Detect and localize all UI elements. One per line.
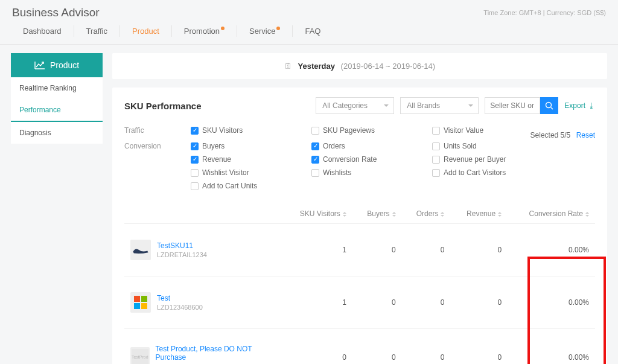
- sort-icon[interactable]: [585, 210, 589, 219]
- checkbox-label: SKU Pageviews: [323, 126, 375, 135]
- nav-product[interactable]: Product: [120, 23, 171, 39]
- table-row: TestProdTest Product, Please DO NOT Purc…: [124, 328, 595, 364]
- checkbox-box: [191, 142, 199, 150]
- sort-icon[interactable]: [343, 210, 346, 219]
- col-buyers[interactable]: Buyers: [352, 205, 402, 223]
- nav-traffic[interactable]: Traffic: [74, 23, 119, 39]
- checkbox-label: Add to Cart Visitors: [444, 168, 506, 177]
- checkbox-box: [191, 169, 199, 177]
- panel-title: SKU Performance: [124, 101, 202, 111]
- brand-select[interactable]: All Brands: [400, 97, 479, 114]
- checkbox-label: Revenue: [202, 155, 231, 164]
- sidebar-item-diagnosis[interactable]: Diagnosis: [11, 122, 103, 144]
- checkbox-box: [311, 156, 319, 164]
- cell-sku-visitors: 0: [281, 328, 352, 364]
- checkbox-sku-visitors[interactable]: SKU Visitors: [191, 126, 299, 135]
- metrics-section-traffic: Traffic: [124, 126, 191, 135]
- product-thumb: [130, 240, 151, 260]
- sku-table: SKU VisitorsBuyersOrdersRevenueConversio…: [124, 205, 595, 364]
- cell-orders: 0: [402, 223, 451, 276]
- checkbox-revenue-per-buyer[interactable]: Revenue per Buyer: [432, 155, 541, 164]
- sort-icon[interactable]: [441, 210, 444, 219]
- checkbox-add-to-cart-visitors[interactable]: Add to Cart Visitors: [432, 168, 541, 177]
- cell-orders: 0: [402, 328, 451, 364]
- reset-link[interactable]: Reset: [576, 131, 595, 139]
- chart-icon: [34, 61, 45, 69]
- date-range-bar[interactable]: 🗓 Yesterday (2019-06-14 ~ 2019-06-14): [112, 53, 607, 79]
- checkbox-box: [191, 156, 199, 164]
- table-row: TestLZD12346860010000.00%: [124, 276, 595, 328]
- search-button[interactable]: [540, 97, 558, 114]
- product-name-link[interactable]: Test Product, Please DO NOT Purchase: [156, 345, 275, 362]
- checkbox-add-to-cart-units[interactable]: Add to Cart Units: [191, 182, 299, 190]
- sidebar-item-realtime-ranking[interactable]: Realtime Ranking: [11, 77, 103, 99]
- nav-service[interactable]: Service: [237, 23, 292, 39]
- nav-promotion[interactable]: Promotion: [172, 23, 237, 39]
- product-name-link[interactable]: TestSKU11: [157, 241, 207, 250]
- table-row: TestSKU11LZDRETAIL123410000.00%: [124, 223, 595, 276]
- col-revenue[interactable]: Revenue: [450, 205, 508, 223]
- cell-buyers: 0: [352, 276, 402, 328]
- checkbox-wishlist-visitor[interactable]: Wishlist Visitor: [191, 168, 299, 177]
- checkbox-label: Conversion Rate: [323, 155, 377, 164]
- cell-sku-visitors: 1: [281, 223, 352, 276]
- timezone-currency: Time Zone: GMT+8 | Currency: SGD (S$): [483, 9, 606, 16]
- sidebar-item-performance[interactable]: Performance: [11, 99, 103, 122]
- cell-orders: 0: [402, 276, 451, 328]
- checkbox-label: Visitor Value: [444, 126, 483, 135]
- col-conversion-rate[interactable]: Conversion Rate: [508, 205, 595, 223]
- checkbox-box: [432, 127, 440, 135]
- selected-count: Selected 5/5 Reset: [530, 131, 595, 139]
- checkbox-wishlists[interactable]: Wishlists: [311, 168, 420, 177]
- checkbox-units-sold[interactable]: Units Sold: [432, 142, 541, 150]
- date-label: Yesterday: [298, 62, 335, 71]
- sidebar-head: Product: [11, 53, 103, 77]
- sort-icon[interactable]: [498, 210, 502, 219]
- checkbox-sku-pageviews[interactable]: SKU Pageviews: [311, 126, 420, 135]
- app-title: Business Advisor: [12, 6, 100, 19]
- checkbox-box: [432, 169, 440, 177]
- cell-sku-visitors: 1: [281, 276, 352, 328]
- cell-revenue: 0: [450, 276, 508, 328]
- category-select[interactable]: All Categories: [316, 97, 394, 114]
- cell-conversion-rate: 0.00%: [508, 328, 595, 364]
- cell-buyers: 0: [352, 328, 402, 364]
- nav-dashboard[interactable]: Dashboard: [11, 23, 74, 39]
- checkbox-visitor-value[interactable]: Visitor Value: [432, 126, 541, 135]
- product-name-link[interactable]: Test: [157, 294, 203, 302]
- checkbox-label: Wishlist Visitor: [202, 168, 249, 177]
- checkbox-box: [432, 142, 440, 150]
- svg-point-0: [546, 103, 552, 108]
- cell-conversion-rate: 0.00%: [508, 223, 595, 276]
- download-icon: ⭳: [588, 101, 595, 110]
- checkbox-conversion-rate[interactable]: Conversion Rate: [311, 155, 420, 164]
- cell-conversion-rate: 0.00%: [508, 276, 595, 328]
- search-icon: [545, 101, 553, 110]
- checkbox-box: [311, 127, 319, 135]
- notification-dot: [276, 27, 280, 30]
- product-sku: LZD123468600: [157, 304, 203, 311]
- checkbox-box: [191, 182, 199, 190]
- col-sku-visitors[interactable]: SKU Visitors: [281, 205, 352, 223]
- checkbox-box: [311, 169, 319, 177]
- product-thumb: TestProd: [130, 347, 150, 364]
- export-link[interactable]: Export ⭳: [564, 101, 595, 110]
- col-orders[interactable]: Orders: [402, 205, 451, 223]
- product-sku: LZDRETAIL1234: [157, 251, 207, 258]
- date-range: (2019-06-14 ~ 2019-06-14): [341, 62, 435, 71]
- checkbox-buyers[interactable]: Buyers: [191, 142, 299, 150]
- nav-faq[interactable]: FAQ: [293, 23, 333, 39]
- checkbox-box: [432, 156, 440, 164]
- sidebar: Product Realtime RankingPerformanceDiagn…: [11, 53, 103, 364]
- calendar-icon: 🗓: [284, 62, 292, 71]
- search-input[interactable]: [485, 97, 540, 114]
- sku-performance-panel: SKU Performance All Categories All Brand…: [112, 88, 607, 364]
- cell-revenue: 0: [450, 223, 508, 276]
- checkbox-box: [191, 127, 199, 135]
- checkbox-orders[interactable]: Orders: [311, 142, 420, 150]
- checkbox-revenue[interactable]: Revenue: [191, 155, 299, 164]
- sort-icon[interactable]: [392, 210, 396, 219]
- checkbox-label: SKU Visitors: [202, 126, 243, 135]
- checkbox-label: Units Sold: [444, 142, 477, 150]
- checkbox-label: Orders: [323, 142, 345, 150]
